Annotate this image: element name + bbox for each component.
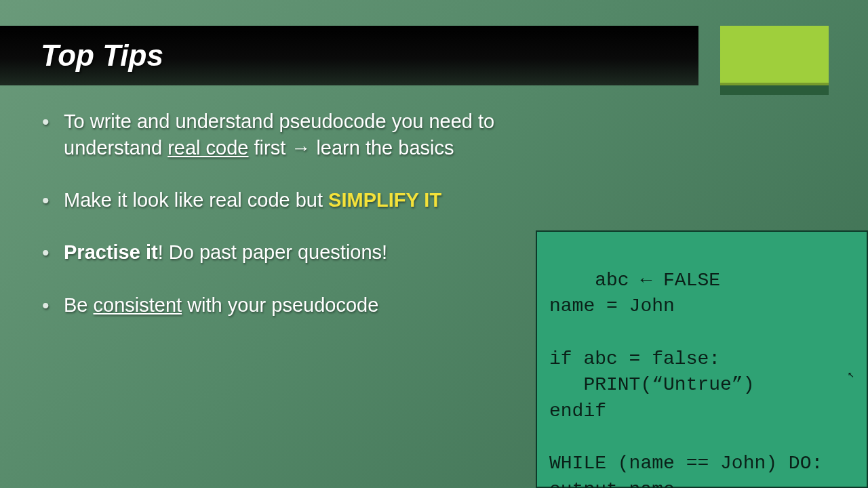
text-highlight: SIMPLIFY IT	[328, 189, 441, 211]
cursor-icon: ↖	[848, 367, 854, 382]
slide: Top Tips To write and understand pseudoc…	[0, 0, 868, 488]
code-text: abc ← FALSE name = John if abc = false: …	[549, 270, 823, 488]
bullet-1: To write and understand pseudocode you n…	[39, 108, 528, 161]
bullet-3: Practise it! Do past paper questions!	[39, 239, 528, 266]
text-underline: consistent	[94, 294, 182, 316]
arrow-icon: →	[291, 137, 311, 159]
code-example-box: abc ← FALSE name = John if abc = false: …	[536, 230, 868, 488]
slide-title: Top Tips	[41, 39, 163, 73]
bullet-2: Make it look like real code but SIMPLIFY…	[39, 187, 528, 214]
text: with your pseudocode	[182, 294, 378, 316]
bullet-list: To write and understand pseudocode you n…	[39, 108, 528, 344]
text-underline: real code	[167, 137, 248, 159]
text: Be	[64, 294, 94, 316]
accent-strip	[720, 85, 829, 95]
text: Make it look like real code but	[64, 189, 328, 211]
text: learn the basics	[311, 137, 454, 159]
bullet-4: Be consistent with your pseudocode	[39, 292, 528, 319]
text: ! Do past paper questions!	[158, 241, 388, 263]
title-bar: Top Tips	[0, 26, 698, 85]
text-bold: Practise it	[64, 241, 158, 263]
accent-square	[720, 26, 829, 85]
text: first	[248, 137, 291, 159]
